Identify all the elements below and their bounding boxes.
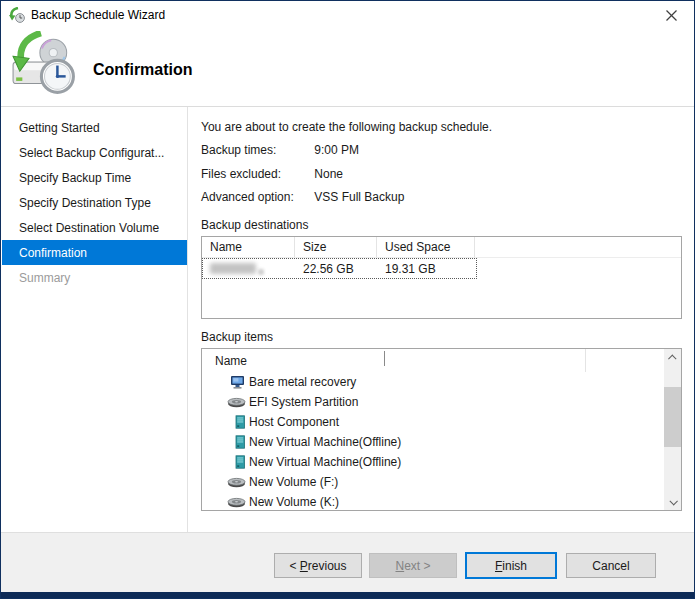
window-bottom-border [1,592,694,598]
item-label: New Volume (F:) [249,475,338,489]
destination-name-redacted [203,259,295,278]
list-item[interactable]: Host Component [202,412,681,432]
column-separator [585,349,586,372]
wizard-header: Confirmation [1,29,694,106]
field-label: Backup times: [201,143,311,157]
list-item[interactable]: New Virtual Machine(Offline) [202,452,681,472]
virtual-machine-icon [222,415,246,429]
column-header-used-space[interactable]: Used Space [377,237,475,257]
backup-items-label: Backup items [201,330,273,344]
item-label: New Virtual Machine(Offline) [249,455,401,469]
field-value: VSS Full Backup [314,190,404,204]
button-label: Finish [495,559,527,573]
field-value: None [314,167,343,181]
redaction-blur [210,263,256,274]
sort-ascending-icon [384,352,385,366]
list-item[interactable]: New Virtual Machine(Offline) [202,432,681,452]
sidebar-item-select-backup-configuration[interactable]: Select Backup Configurat... [2,140,187,165]
sidebar-item-select-destination-volume[interactable]: Select Destination Volume [2,215,187,240]
item-label: New Volume (K:) [249,495,339,509]
item-label: New Virtual Machine(Offline) [249,435,401,449]
page-title: Confirmation [93,61,193,79]
sidebar-item-specify-destination-type[interactable]: Specify Destination Type [2,190,187,215]
sidebar-item-getting-started[interactable]: Getting Started [2,115,187,140]
wizard-steps-sidebar: Getting Started Select Backup Configurat… [2,107,187,532]
sidebar-item-specify-backup-time[interactable]: Specify Backup Time [2,165,187,190]
confirmation-content: You are about to create the following ba… [188,107,693,532]
sidebar-item-summary: Summary [2,265,187,290]
sidebar-item-confirmation[interactable]: Confirmation [2,240,187,265]
scroll-up-button[interactable] [664,349,681,366]
scroll-thumb[interactable] [664,387,681,447]
backup-items-list: Name Bare metal recovery [201,348,682,511]
scrollbar[interactable] [664,349,681,510]
title-bar: Backup Schedule Wizard [1,1,694,29]
button-label: Next > [395,559,430,573]
finish-button[interactable]: Finish [465,552,557,579]
item-label: Host Component [249,415,339,429]
next-button: Next > [369,553,457,578]
list-item[interactable]: New Volume (K:) [202,492,681,511]
redaction-blur-tail [258,269,264,275]
items-list-header[interactable]: Name [202,349,681,372]
column-header-name[interactable]: Name [215,354,247,368]
destination-used-space: 19.31 GB [377,262,475,276]
field-label: Files excluded: [201,167,311,181]
table-row[interactable]: 22.56 GB 19.31 GB [203,259,476,278]
list-item[interactable]: Bare metal recovery [202,372,681,392]
destinations-table-header: Name Size Used Space [202,237,681,258]
field-value: 9:00 PM [314,143,359,157]
backup-destinations-label: Backup destinations [201,218,308,232]
field-backup-times: Backup times: 9:00 PM [201,143,661,157]
volume-icon [222,396,246,408]
intro-text: You are about to create the following ba… [201,120,492,134]
item-label: Bare metal recovery [249,375,356,389]
close-icon [666,10,677,21]
volume-icon [222,496,246,508]
destination-size: 22.56 GB [295,262,377,276]
virtual-machine-icon [222,455,246,469]
button-label: < Previous [289,559,346,573]
item-label: EFI System Partition [249,395,358,409]
list-item[interactable]: New Volume (F:) [202,472,681,492]
cancel-button[interactable]: Cancel [566,553,656,578]
previous-button[interactable]: < Previous [274,553,362,578]
column-header-name[interactable]: Name [202,237,295,257]
virtual-machine-icon [222,435,246,449]
window-title: Backup Schedule Wizard [31,8,165,22]
field-label: Advanced option: [201,190,311,204]
field-advanced-option: Advanced option: VSS Full Backup [201,190,661,204]
backup-destinations-table: Name Size Used Space 22.56 GB 19.31 GB [201,236,682,319]
list-item[interactable]: EFI System Partition [202,392,681,412]
close-button[interactable] [649,1,694,29]
scroll-down-button[interactable] [664,493,681,510]
column-header-size[interactable]: Size [295,237,377,257]
volume-icon [222,476,246,488]
backup-wizard-app-icon [9,7,25,23]
backup-schedule-wizard-window: Backup Schedule Wizard Confirmation [0,0,695,599]
backup-disk-clock-icon [11,31,77,97]
bare-metal-recovery-icon [222,375,246,390]
field-files-excluded: Files excluded: None [201,167,661,181]
button-label: Cancel [592,559,629,573]
